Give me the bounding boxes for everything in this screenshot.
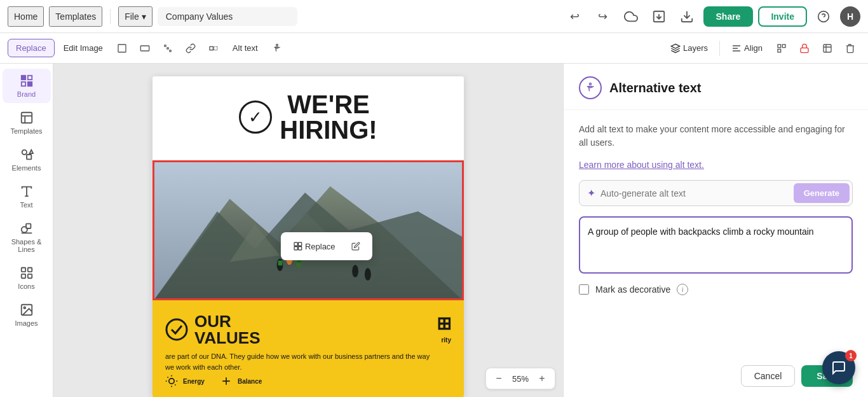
float-replace-button[interactable]: Replace [287, 238, 342, 255]
alt-text-button[interactable]: Alt text [226, 39, 264, 57]
nav-home[interactable]: Home [8, 6, 44, 27]
main-layout: Brand Templates Elements Text Shapes & L… [0, 64, 868, 397]
chat-badge: 1 [845, 350, 857, 361]
sidebar-item-brand-label: Brand [17, 90, 36, 98]
redo-button[interactable]: ↪ [592, 5, 614, 28]
mark-decorative-row: Mark as decorative i [579, 284, 853, 295]
svg-line-61 [168, 377, 168, 378]
sidebar-item-templates[interactable]: Templates [3, 106, 51, 140]
edit-image-button[interactable]: Edit Image [57, 39, 109, 57]
help-button[interactable] [812, 5, 835, 28]
aspect-ratio-button[interactable] [135, 38, 155, 59]
transparency-button[interactable] [817, 38, 837, 59]
chat-button[interactable]: 1 [822, 351, 855, 384]
zoom-out-button[interactable]: − [491, 371, 506, 386]
zoom-controls: − 55% + [485, 368, 555, 389]
hiring-text: WE'RE HIRING! [280, 92, 377, 143]
float-edit-button[interactable] [346, 236, 366, 256]
cloud-save-button[interactable] [620, 5, 642, 28]
design-yellow-section: OUR VALUES are part of our DNA. They gui… [153, 300, 464, 397]
export-button[interactable] [648, 5, 670, 28]
sidebar-item-templates-label: Templates [10, 127, 42, 135]
sidebar-item-brand[interactable]: Brand [3, 69, 51, 103]
sidebar-item-images[interactable]: Images [3, 298, 51, 332]
svg-rect-27 [27, 155, 31, 159]
panel-title: Alternative text [609, 81, 702, 95]
accessibility-panel-icon [579, 76, 602, 99]
left-sidebar: Brand Templates Elements Text Shapes & L… [0, 64, 53, 397]
svg-line-62 [175, 384, 175, 385]
svg-rect-20 [27, 76, 31, 80]
cancel-button[interactable]: Cancel [741, 365, 796, 387]
svg-rect-15 [782, 45, 785, 48]
values-description: are part of our DNA. They guide how we w… [165, 351, 437, 372]
download-button[interactable] [675, 5, 698, 28]
values-right: ⊞ rity [437, 313, 451, 344]
svg-rect-37 [27, 274, 31, 278]
svg-rect-55 [294, 247, 297, 250]
crop-tool-button[interactable] [112, 38, 132, 59]
svg-rect-19 [21, 76, 25, 80]
canvas-wrapper: ✓ WE'RE HIRING! [153, 76, 464, 397]
user-avatar[interactable]: H [840, 6, 860, 27]
svg-point-67 [590, 83, 592, 85]
svg-point-26 [22, 150, 26, 155]
svg-rect-35 [27, 268, 31, 272]
accessibility-icon-button[interactable] [267, 38, 287, 59]
share-button[interactable]: Share [703, 6, 754, 27]
panel-footer: Cancel Save [564, 355, 868, 397]
svg-point-49 [365, 268, 371, 281]
panel-description: Add alt text to make your content more a… [579, 123, 853, 150]
nav-divider [110, 9, 111, 24]
sidebar-item-elements[interactable]: Elements [3, 143, 51, 177]
auto-gen-input[interactable] [600, 188, 789, 198]
zoom-in-button[interactable]: + [534, 371, 550, 386]
position-button[interactable] [771, 38, 792, 59]
top-nav: Home Templates File ▾ ↩ ↪ Share Invite H [0, 0, 868, 33]
nav-templates[interactable]: Templates [49, 6, 102, 27]
sidebar-item-shapes-label: Shapes & Lines [6, 238, 47, 253]
undo-button[interactable]: ↩ [564, 5, 587, 28]
svg-point-39 [24, 307, 25, 309]
values-header: OUR VALUES [165, 313, 437, 346]
sidebar-item-icons[interactable]: Icons [3, 261, 51, 295]
zoom-value: 55% [509, 374, 532, 384]
alt-text-textarea[interactable]: A group of people with backpacks climb a… [579, 216, 853, 274]
floating-toolbar: Replace [281, 232, 372, 260]
svg-rect-21 [27, 82, 31, 86]
sidebar-item-images-label: Images [15, 319, 37, 327]
svg-rect-50 [278, 260, 283, 265]
panel-header: Alternative text [564, 64, 868, 110]
canvas-design: ✓ WE'RE HIRING! [153, 76, 464, 397]
sidebar-item-text[interactable]: Text [3, 179, 51, 214]
hiring-header: ✓ WE'RE HIRING! [168, 92, 449, 143]
svg-rect-17 [801, 48, 808, 52]
document-title-input[interactable] [158, 7, 297, 26]
design-image-selected[interactable]: Replace [153, 160, 464, 300]
nav-file[interactable]: File ▾ [118, 6, 153, 27]
link-button[interactable] [180, 38, 201, 59]
filter-button[interactable] [158, 38, 178, 59]
svg-point-58 [169, 379, 174, 384]
svg-rect-23 [21, 113, 32, 123]
svg-rect-54 [298, 242, 301, 246]
sidebar-item-shapes[interactable]: Shapes & Lines [3, 216, 51, 258]
values-row: OUR VALUES are part of our DNA. They gui… [165, 313, 451, 372]
decorative-checkbox[interactable] [579, 284, 589, 295]
invite-button[interactable]: Invite [758, 6, 807, 27]
resize-button[interactable] [203, 38, 224, 59]
info-icon[interactable]: i [677, 284, 688, 295]
lock-button[interactable] [794, 38, 815, 59]
delete-button[interactable] [840, 38, 860, 59]
panel-body: Add alt text to make your content more a… [564, 110, 868, 308]
svg-point-48 [352, 265, 358, 277]
replace-button[interactable]: Replace [8, 39, 55, 57]
svg-rect-53 [294, 242, 297, 246]
sparkle-icon: ✦ [587, 187, 595, 199]
learn-more-link[interactable]: Learn more about using alt text. [579, 160, 853, 170]
canvas-area[interactable]: ✓ WE'RE HIRING! [53, 64, 563, 397]
generate-button[interactable]: Generate [794, 183, 850, 203]
auto-gen-row: ✦ Generate [579, 180, 853, 206]
align-button[interactable]: Align [725, 39, 769, 57]
layers-button[interactable]: Layers [664, 39, 714, 57]
